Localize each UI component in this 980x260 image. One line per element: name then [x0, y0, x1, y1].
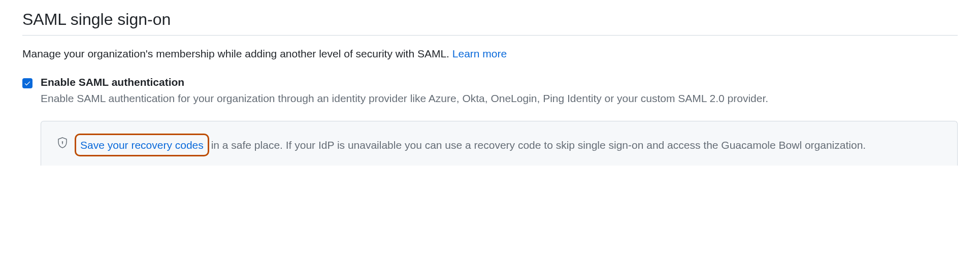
recovery-codes-alert: Save your recovery codes in a safe place… [41, 121, 958, 166]
enable-saml-description: Enable SAML authentication for your orga… [41, 90, 958, 107]
learn-more-link[interactable]: Learn more [452, 48, 507, 59]
section-title: SAML single sign-on [22, 10, 958, 36]
alert-text-after: in a safe place. If your IdP is unavaila… [208, 139, 866, 151]
checkbox-wrapper [22, 76, 32, 89]
checkbox-content: Enable SAML authentication Enable SAML a… [41, 76, 958, 107]
section-description: Manage your organization's membership wh… [22, 48, 958, 60]
enable-saml-row: Enable SAML authentication Enable SAML a… [22, 76, 958, 107]
check-icon [24, 80, 31, 87]
alert-text: Save your recovery codes in a safe place… [79, 136, 866, 155]
shield-lock-icon [56, 136, 69, 151]
section-description-text: Manage your organization's membership wh… [22, 48, 452, 59]
enable-saml-checkbox[interactable] [22, 78, 32, 88]
save-recovery-codes-link[interactable]: Save your recovery codes [75, 134, 209, 157]
enable-saml-label[interactable]: Enable SAML authentication [41, 76, 958, 88]
